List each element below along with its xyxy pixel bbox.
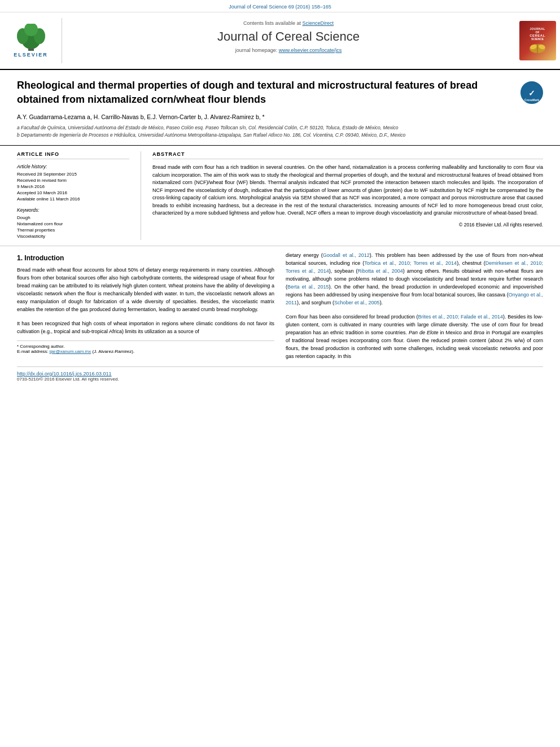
affiliation-b: b Departamento de Ingeniería de Procesos…: [17, 132, 543, 138]
abstract-text: Bread made with corn flour has a rich tr…: [152, 164, 543, 217]
revised-date: 9 March 2016: [17, 184, 129, 189]
abstract-panel: ABSTRACT Bread made with corn flour has …: [141, 151, 543, 240]
issn-line: 0733-5210/© 2016 Elsevier Ltd. All right…: [17, 377, 526, 382]
journal-logo-box: JOURNAL OF CEREAL SCIENCE: [519, 21, 556, 60]
svg-text:CrossMark: CrossMark: [524, 98, 539, 102]
right-text-2: Corn flour has been also considered for …: [286, 313, 543, 361]
history-label: Article history:: [17, 164, 129, 169]
top-bar: Journal of Cereal Science 69 (2016) 158–…: [0, 0, 560, 12]
crossmark-badge: ✓ CrossMark: [520, 81, 543, 104]
journal-header: ELSEVIER Contents lists available at Sci…: [0, 12, 560, 70]
keyword-4: Viscoelasticity: [17, 234, 129, 239]
article-info-heading: ARTICLE INFO: [17, 151, 129, 159]
right-column: dietary energy (Goodall et al., 2012). T…: [286, 252, 543, 360]
ref-ribotta[interactable]: Ribotta et al., 2004: [357, 268, 403, 274]
journal-title: Journal of Cereal Science: [68, 29, 509, 44]
ref-schober[interactable]: Schober et al., 2005: [334, 300, 380, 305]
right-text-1: dietary energy (Goodall et al., 2012). T…: [286, 252, 543, 307]
revised-label: Received in revised form: [17, 178, 129, 183]
logo-science: SCIENCE: [531, 37, 544, 41]
journal-homepage-line: journal homepage: www.elsevier.com/locat…: [68, 47, 509, 53]
article-info-abstract: ARTICLE INFO Article history: Received 2…: [0, 146, 560, 246]
keyword-1: Dough: [17, 215, 129, 220]
article-header: ✓ CrossMark Rheological and thermal prop…: [0, 70, 560, 146]
logo-wheat-icon: [528, 42, 548, 55]
corresponding-note: * Corresponding author.: [17, 344, 274, 349]
ref-brites[interactable]: Brites et al., 2010; Falade et al., 2014: [418, 314, 503, 320]
sciencedirect-line: Contents lists available at ScienceDirec…: [68, 20, 509, 26]
received-date: Received 28 September 2015: [17, 172, 129, 177]
footnotes: * Corresponding author. E-mail address: …: [17, 340, 274, 354]
ref-onyango[interactable]: Onyango et al., 2011: [286, 292, 543, 305]
main-content: 1. Introduction Bread made with wheat fl…: [0, 246, 560, 390]
crossmark-icon: ✓ CrossMark: [520, 81, 543, 104]
elsevier-logo-container: ELSEVIER: [0, 18, 62, 63]
header-center: Contents lists available at ScienceDirec…: [62, 18, 515, 63]
article-title: Rheological and thermal properties of do…: [17, 78, 543, 107]
doi-section: http://dx.doi.org/10.1016/j.jcs.2016.03.…: [17, 366, 543, 385]
journal-reference: Journal of Cereal Science 69 (2016) 158–…: [229, 4, 331, 10]
doi-link[interactable]: http://dx.doi.org/10.1016/j.jcs.2016.03.…: [17, 371, 112, 377]
keyword-2: Nixtamalized corn flour: [17, 221, 129, 226]
journal-logo-container: JOURNAL OF CEREAL SCIENCE: [515, 18, 560, 63]
svg-text:✓: ✓: [528, 89, 535, 98]
authors-line: A.Y. Guadarrama-Lezama a, H. Carrillo-Na…: [17, 113, 543, 120]
intro-paragraph-1: Bread made with wheat flour accounts for…: [17, 267, 274, 314]
intro-paragraph-2: It has been recognized that high costs o…: [17, 320, 274, 336]
elsevier-tree-icon: [11, 24, 51, 52]
keywords-label: Keywords:: [17, 207, 129, 213]
accepted-date: Accepted 10 March 2016: [17, 190, 129, 195]
email-link[interactable]: jjar@xanum.uam.mx: [50, 349, 91, 354]
keyword-3: Thermal properties: [17, 228, 129, 233]
article-info-panel: ARTICLE INFO Article history: Received 2…: [17, 151, 141, 240]
abstract-heading: ABSTRACT: [152, 151, 543, 159]
introduction-title: 1. Introduction: [17, 254, 274, 262]
left-column: 1. Introduction Bread made with wheat fl…: [17, 252, 274, 360]
affiliation-a: a Facultad de Química, Universidad Autón…: [17, 125, 543, 130]
sciencedirect-link[interactable]: ScienceDirect: [303, 20, 334, 26]
homepage-url[interactable]: www.elsevier.com/locate/jcs: [279, 47, 342, 53]
available-date: Available online 11 March 2016: [17, 196, 129, 202]
email-note: E-mail address: jjar@xanum.uam.mx (J. Al…: [17, 349, 274, 354]
elsevier-text: ELSEVIER: [14, 52, 48, 58]
main-two-columns: 1. Introduction Bread made with wheat fl…: [17, 252, 543, 360]
copyright-line: © 2016 Elsevier Ltd. All rights reserved…: [152, 222, 543, 228]
ref-berta[interactable]: Berta et al., 2015: [287, 284, 329, 290]
ref-goodall[interactable]: Goodall et al., 2012: [323, 252, 370, 258]
keywords-section: Keywords: Dough Nixtamalized corn flour …: [17, 207, 129, 239]
ref-torbica[interactable]: Torbica et al., 2010; Torres et al., 201…: [364, 260, 457, 266]
